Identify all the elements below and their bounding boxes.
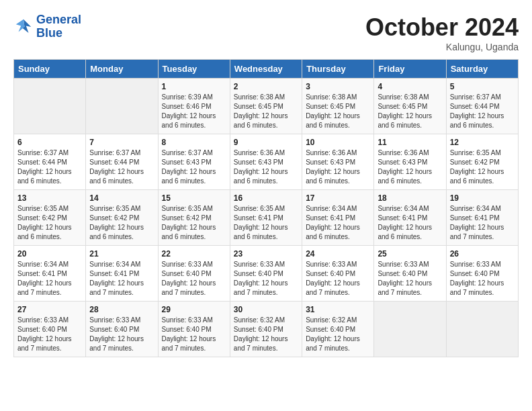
calendar-week-row: 27Sunrise: 6:33 AM Sunset: 6:40 PM Dayli… — [14, 302, 519, 357]
day-info: Sunrise: 6:37 AM Sunset: 6:44 PM Dayligh… — [89, 148, 154, 186]
day-info: Sunrise: 6:37 AM Sunset: 6:44 PM Dayligh… — [450, 93, 515, 130]
day-number: 30 — [234, 305, 298, 314]
day-number: 8 — [162, 138, 226, 147]
day-info: Sunrise: 6:35 AM Sunset: 6:42 PM Dayligh… — [17, 204, 82, 242]
day-number: 21 — [89, 249, 154, 259]
day-info: Sunrise: 6:33 AM Sunset: 6:40 PM Dayligh… — [306, 260, 370, 298]
day-number: 13 — [17, 193, 82, 203]
day-number: 24 — [306, 249, 370, 259]
calendar-cell: 27Sunrise: 6:33 AM Sunset: 6:40 PM Dayli… — [14, 302, 86, 357]
calendar-cell: 29Sunrise: 6:33 AM Sunset: 6:40 PM Dayli… — [158, 302, 230, 357]
calendar-body: 1Sunrise: 6:39 AM Sunset: 6:46 PM Daylig… — [14, 79, 519, 357]
calendar-cell: 19Sunrise: 6:34 AM Sunset: 6:41 PM Dayli… — [446, 190, 518, 246]
day-info: Sunrise: 6:35 AM Sunset: 6:42 PM Dayligh… — [162, 204, 226, 242]
weekday-header-cell: Tuesday — [158, 60, 230, 79]
day-number: 25 — [378, 249, 442, 259]
calendar-cell: 11Sunrise: 6:36 AM Sunset: 6:43 PM Dayli… — [374, 134, 446, 190]
calendar-cell: 18Sunrise: 6:34 AM Sunset: 6:41 PM Dayli… — [374, 190, 446, 246]
calendar-cell: 1Sunrise: 6:39 AM Sunset: 6:46 PM Daylig… — [158, 79, 230, 134]
calendar-cell — [14, 79, 86, 134]
title-area: October 2024 Kalungu, Uganda — [365, 13, 519, 52]
calendar-cell: 9Sunrise: 6:36 AM Sunset: 6:43 PM Daylig… — [230, 134, 302, 190]
svg-marker-1 — [16, 19, 25, 32]
page-header: General Blue October 2024 Kalungu, Ugand… — [13, 13, 519, 52]
day-number: 22 — [162, 249, 226, 259]
day-number: 28 — [89, 305, 154, 314]
calendar-cell: 2Sunrise: 6:38 AM Sunset: 6:45 PM Daylig… — [230, 79, 302, 134]
calendar-week-row: 13Sunrise: 6:35 AM Sunset: 6:42 PM Dayli… — [14, 190, 519, 246]
day-info: Sunrise: 6:38 AM Sunset: 6:45 PM Dayligh… — [378, 93, 442, 130]
day-number: 12 — [450, 138, 515, 147]
calendar-cell: 21Sunrise: 6:34 AM Sunset: 6:41 PM Dayli… — [86, 246, 158, 302]
day-info: Sunrise: 6:35 AM Sunset: 6:42 PM Dayligh… — [89, 204, 154, 242]
calendar-cell: 4Sunrise: 6:38 AM Sunset: 6:45 PM Daylig… — [374, 79, 446, 134]
day-info: Sunrise: 6:37 AM Sunset: 6:44 PM Dayligh… — [17, 148, 82, 186]
weekday-header-cell: Wednesday — [230, 60, 302, 79]
day-number: 27 — [17, 305, 82, 314]
day-info: Sunrise: 6:38 AM Sunset: 6:45 PM Dayligh… — [234, 93, 298, 130]
weekday-header-cell: Thursday — [302, 60, 374, 79]
day-info: Sunrise: 6:33 AM Sunset: 6:40 PM Dayligh… — [450, 260, 515, 298]
day-number: 14 — [89, 193, 154, 203]
day-info: Sunrise: 6:33 AM Sunset: 6:40 PM Dayligh… — [17, 316, 82, 353]
calendar-week-row: 1Sunrise: 6:39 AM Sunset: 6:46 PM Daylig… — [14, 79, 519, 134]
logo-bird-icon — [13, 17, 34, 37]
calendar-cell: 7Sunrise: 6:37 AM Sunset: 6:44 PM Daylig… — [86, 134, 158, 190]
day-info: Sunrise: 6:35 AM Sunset: 6:41 PM Dayligh… — [234, 204, 298, 242]
day-number: 4 — [378, 82, 442, 91]
day-info: Sunrise: 6:32 AM Sunset: 6:40 PM Dayligh… — [234, 316, 298, 353]
day-number: 5 — [450, 82, 515, 91]
calendar-table: SundayMondayTuesdayWednesdayThursdayFrid… — [13, 59, 519, 357]
day-number: 1 — [162, 82, 226, 91]
day-info: Sunrise: 6:36 AM Sunset: 6:43 PM Dayligh… — [234, 148, 298, 186]
calendar-week-row: 6Sunrise: 6:37 AM Sunset: 6:44 PM Daylig… — [14, 134, 519, 190]
day-info: Sunrise: 6:33 AM Sunset: 6:40 PM Dayligh… — [378, 260, 442, 298]
weekday-header-row: SundayMondayTuesdayWednesdayThursdayFrid… — [14, 60, 519, 79]
day-number: 10 — [306, 138, 370, 147]
day-info: Sunrise: 6:34 AM Sunset: 6:41 PM Dayligh… — [306, 204, 370, 242]
calendar-cell: 31Sunrise: 6:32 AM Sunset: 6:40 PM Dayli… — [302, 302, 374, 357]
day-number: 18 — [378, 193, 442, 203]
calendar-cell: 25Sunrise: 6:33 AM Sunset: 6:40 PM Dayli… — [374, 246, 446, 302]
day-info: Sunrise: 6:35 AM Sunset: 6:42 PM Dayligh… — [450, 148, 515, 186]
day-info: Sunrise: 6:33 AM Sunset: 6:40 PM Dayligh… — [162, 316, 226, 353]
calendar-cell — [86, 79, 158, 134]
calendar-cell: 24Sunrise: 6:33 AM Sunset: 6:40 PM Dayli… — [302, 246, 374, 302]
calendar-cell: 30Sunrise: 6:32 AM Sunset: 6:40 PM Dayli… — [230, 302, 302, 357]
calendar-cell: 20Sunrise: 6:34 AM Sunset: 6:41 PM Dayli… — [14, 246, 86, 302]
weekday-header-cell: Monday — [86, 60, 158, 79]
weekday-header-cell: Saturday — [446, 60, 518, 79]
calendar-cell: 23Sunrise: 6:33 AM Sunset: 6:40 PM Dayli… — [230, 246, 302, 302]
day-number: 2 — [234, 82, 298, 91]
calendar-cell — [446, 302, 518, 357]
day-number: 23 — [234, 249, 298, 259]
day-number: 6 — [17, 138, 82, 147]
day-info: Sunrise: 6:34 AM Sunset: 6:41 PM Dayligh… — [17, 260, 82, 298]
calendar-cell: 6Sunrise: 6:37 AM Sunset: 6:44 PM Daylig… — [14, 134, 86, 190]
calendar-week-row: 20Sunrise: 6:34 AM Sunset: 6:41 PM Dayli… — [14, 246, 519, 302]
day-number: 11 — [378, 138, 442, 147]
day-info: Sunrise: 6:37 AM Sunset: 6:43 PM Dayligh… — [162, 148, 226, 186]
day-info: Sunrise: 6:34 AM Sunset: 6:41 PM Dayligh… — [450, 204, 515, 242]
calendar-cell: 3Sunrise: 6:38 AM Sunset: 6:45 PM Daylig… — [302, 79, 374, 134]
day-number: 17 — [306, 193, 370, 203]
calendar-cell: 17Sunrise: 6:34 AM Sunset: 6:41 PM Dayli… — [302, 190, 374, 246]
day-number: 3 — [306, 82, 370, 91]
calendar-cell: 12Sunrise: 6:35 AM Sunset: 6:42 PM Dayli… — [446, 134, 518, 190]
day-number: 31 — [306, 305, 370, 314]
weekday-header-cell: Friday — [374, 60, 446, 79]
day-info: Sunrise: 6:34 AM Sunset: 6:41 PM Dayligh… — [89, 260, 154, 298]
day-number: 19 — [450, 193, 515, 203]
calendar-cell — [374, 302, 446, 357]
day-info: Sunrise: 6:36 AM Sunset: 6:43 PM Dayligh… — [306, 148, 370, 186]
day-info: Sunrise: 6:38 AM Sunset: 6:45 PM Dayligh… — [306, 93, 370, 130]
day-info: Sunrise: 6:39 AM Sunset: 6:46 PM Dayligh… — [162, 93, 226, 130]
logo-text: General Blue — [36, 13, 81, 40]
logo: General Blue — [13, 13, 81, 40]
day-number: 26 — [450, 249, 515, 259]
day-info: Sunrise: 6:32 AM Sunset: 6:40 PM Dayligh… — [306, 316, 370, 353]
day-number: 9 — [234, 138, 298, 147]
calendar-cell: 8Sunrise: 6:37 AM Sunset: 6:43 PM Daylig… — [158, 134, 230, 190]
day-number: 20 — [17, 249, 82, 259]
calendar-cell: 26Sunrise: 6:33 AM Sunset: 6:40 PM Dayli… — [446, 246, 518, 302]
